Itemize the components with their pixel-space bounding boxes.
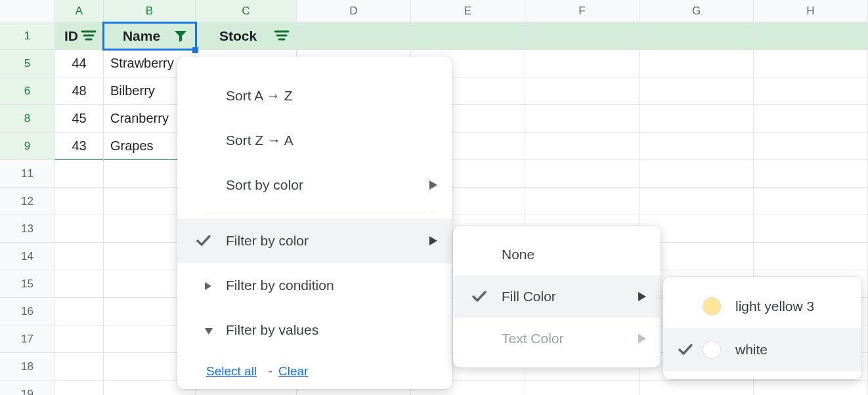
- cell[interactable]: [754, 160, 868, 188]
- dash-separator: -: [268, 364, 272, 378]
- select-all-link[interactable]: Select all: [206, 364, 257, 378]
- check-icon: [678, 342, 693, 358]
- selection-handle[interactable]: [192, 47, 198, 53]
- cell[interactable]: [640, 77, 754, 105]
- cell[interactable]: [55, 381, 104, 395]
- row-header[interactable]: 19: [0, 381, 55, 395]
- cell-id[interactable]: 43: [55, 133, 104, 160]
- menu-label: None: [502, 247, 534, 262]
- cell[interactable]: [525, 22, 640, 50]
- cell[interactable]: [754, 22, 868, 50]
- cell-id[interactable]: 48: [55, 77, 104, 105]
- cell[interactable]: [754, 50, 868, 77]
- col-header-C[interactable]: C: [196, 0, 297, 22]
- fill-color-item[interactable]: Fill Color: [453, 276, 661, 318]
- row-header[interactable]: 6: [0, 77, 55, 105]
- cell[interactable]: [55, 270, 104, 298]
- cell[interactable]: [754, 105, 868, 133]
- cell[interactable]: [525, 381, 640, 395]
- color-label: light yellow 3: [735, 299, 814, 314]
- select-all-corner[interactable]: [0, 0, 55, 22]
- cell[interactable]: [754, 188, 868, 215]
- row-header[interactable]: 8: [0, 105, 55, 133]
- filter-by-color-item[interactable]: Filter by color: [177, 218, 452, 263]
- header-label-stock: Stock: [202, 28, 274, 44]
- cell[interactable]: [55, 188, 104, 215]
- header-cell-stock[interactable]: Stock: [196, 22, 297, 50]
- cell[interactable]: [525, 105, 640, 133]
- row-header[interactable]: 17: [0, 325, 55, 353]
- filter-icon[interactable]: [274, 28, 290, 44]
- sort-by-color-item[interactable]: Sort by color: [177, 163, 452, 207]
- cell[interactable]: [411, 22, 525, 50]
- cell[interactable]: [55, 160, 104, 188]
- row-header[interactable]: 16: [0, 298, 55, 325]
- menu-label: Sort A → Z: [226, 88, 293, 104]
- cell[interactable]: [640, 105, 754, 133]
- col-header-G[interactable]: G: [640, 0, 754, 22]
- cell[interactable]: [640, 160, 754, 188]
- color-option-light-yellow-3[interactable]: light yellow 3: [663, 285, 861, 328]
- row-header[interactable]: 5: [0, 50, 55, 77]
- cell[interactable]: [297, 22, 411, 50]
- col-header-F[interactable]: F: [525, 0, 640, 22]
- color-swatch-icon: [703, 341, 721, 359]
- row-header[interactable]: 9: [0, 133, 55, 160]
- cell[interactable]: [754, 215, 868, 243]
- cell[interactable]: [754, 133, 868, 160]
- row-header[interactable]: 13: [0, 215, 55, 243]
- cell[interactable]: [55, 325, 104, 353]
- row-header[interactable]: 15: [0, 270, 55, 298]
- cell[interactable]: [55, 353, 104, 381]
- menu-label: Filter by condition: [226, 278, 334, 293]
- clear-link[interactable]: Clear: [278, 364, 308, 378]
- row-header[interactable]: 14: [0, 243, 55, 270]
- cell[interactable]: [640, 22, 754, 50]
- col-header-E[interactable]: E: [411, 0, 525, 22]
- col-header-H[interactable]: H: [754, 0, 868, 22]
- cell[interactable]: [640, 381, 754, 395]
- color-label: white: [735, 342, 768, 358]
- chevron-right-icon: [638, 334, 646, 343]
- cell[interactable]: [55, 243, 104, 270]
- filter-icon[interactable]: [81, 28, 97, 44]
- cell[interactable]: [640, 188, 754, 215]
- cell-id[interactable]: 45: [55, 105, 104, 133]
- col-header-B[interactable]: B: [104, 0, 196, 22]
- cell[interactable]: [525, 133, 640, 160]
- color-option-white[interactable]: white: [663, 328, 861, 371]
- funnel-icon[interactable]: [173, 28, 188, 44]
- filter-by-condition-item[interactable]: Filter by condition: [177, 263, 452, 308]
- cell[interactable]: [640, 50, 754, 77]
- cell[interactable]: [640, 133, 754, 160]
- text-color-item[interactable]: Text Color: [453, 318, 661, 360]
- cell[interactable]: [754, 77, 868, 105]
- row-header[interactable]: 11: [0, 160, 55, 188]
- header-cell-name[interactable]: Name: [104, 22, 196, 50]
- filter-by-values-item[interactable]: Filter by values: [177, 308, 452, 352]
- header-label-name: Name: [110, 28, 173, 44]
- cell[interactable]: [525, 50, 640, 77]
- triangle-down-icon: [205, 322, 213, 338]
- none-item[interactable]: None: [453, 234, 661, 276]
- menu-label: Fill Color: [502, 289, 556, 304]
- header-cell-id[interactable]: ID: [55, 22, 104, 50]
- sort-az-item[interactable]: Sort A → Z: [177, 73, 452, 118]
- cell[interactable]: [55, 215, 104, 243]
- row-header-1[interactable]: 1: [0, 22, 55, 50]
- col-header-D[interactable]: D: [297, 0, 411, 22]
- row-header[interactable]: 12: [0, 188, 55, 215]
- fill-color-options-menu: light yellow 3 white: [663, 277, 861, 379]
- row-header[interactable]: 18: [0, 353, 55, 381]
- menu-label: Filter by color: [226, 233, 309, 249]
- cell[interactable]: [754, 381, 868, 395]
- cell[interactable]: [525, 77, 640, 105]
- sort-za-item[interactable]: Sort Z → A: [177, 118, 452, 163]
- cell[interactable]: [525, 188, 640, 215]
- cell[interactable]: [525, 160, 640, 188]
- col-header-A[interactable]: A: [55, 0, 104, 22]
- cell[interactable]: [55, 298, 104, 325]
- cell[interactable]: [754, 243, 868, 270]
- triangle-right-icon: [205, 278, 211, 293]
- cell-id[interactable]: 44: [55, 50, 104, 77]
